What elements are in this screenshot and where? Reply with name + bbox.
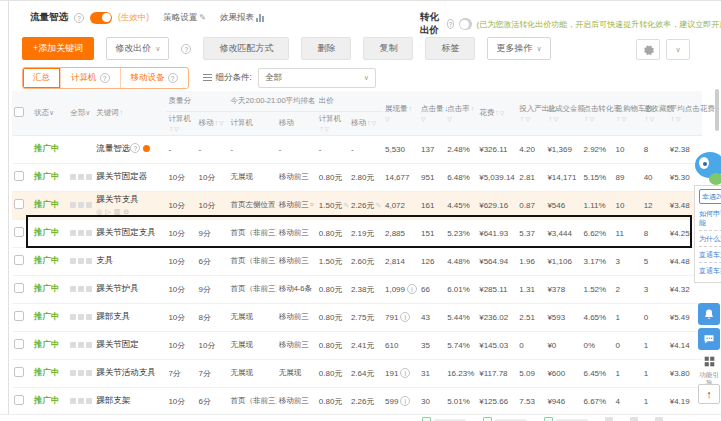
feedback-button[interactable] <box>698 328 720 350</box>
ctr-cell: 2.48% <box>445 135 477 163</box>
strategy-settings-link[interactable]: 策略设置 ✎ <box>163 12 206 24</box>
carts-cell: 4 <box>614 387 642 415</box>
keyword-link[interactable]: 踝关节支具 <box>96 194 139 204</box>
subcol-quality-mobile[interactable]: 移动↑▽ <box>196 111 228 135</box>
carts-cell: 89 <box>614 163 642 191</box>
col-status[interactable]: 状态∨ <box>32 91 68 135</box>
col-clicks[interactable]: 点击量↓▽ <box>419 91 445 135</box>
col-gmv[interactable]: 总成交金额↑ ▽ <box>545 91 581 135</box>
conv-bid-hint: (已为您激活转化出价功能，开启后可快速提升转化效率，建议立即开启) <box>477 19 721 30</box>
col-favs[interactable]: 总收藏数↑ ▽ <box>642 91 668 135</box>
more-actions-button[interactable]: 更多操作 ∨ <box>487 37 550 60</box>
favs-cell: 8 <box>642 135 668 163</box>
channel-icons-cell <box>68 219 94 247</box>
keyword-actions[interactable]: ◎▷▥⊖ <box>96 208 165 216</box>
row-checkbox[interactable] <box>14 395 24 405</box>
subdivision-select[interactable]: 全部 ∨ <box>258 68 376 88</box>
roi-cell: 0.87 <box>517 191 545 219</box>
faq-link[interactable]: 直通车推广计划? <box>699 263 721 278</box>
cvr-cell: 1.52% <box>582 275 614 303</box>
smart-traffic-toggle[interactable] <box>90 12 112 24</box>
collapse-button[interactable]: ∨ <box>666 39 690 60</box>
favs-cell: 1 <box>642 359 668 387</box>
bid-pc-cell: - <box>317 135 349 163</box>
col-impressions[interactable]: 展现量↑▽ <box>383 91 419 135</box>
tab-mobile[interactable]: 移动设备 ? <box>120 68 188 88</box>
back-to-top-button[interactable]: ↑ <box>698 384 720 404</box>
col-keyword[interactable]: 关键词↑ <box>94 91 166 135</box>
impressions-cell: 4,072 <box>383 191 419 219</box>
gmv-cell: ¥546 <box>545 191 581 219</box>
row-checkbox[interactable] <box>14 199 24 209</box>
notification-button[interactable] <box>698 303 720 325</box>
edit-bid-icon[interactable]: ✎ <box>375 202 381 209</box>
impressions-cell: 599i <box>383 387 419 415</box>
table-body: 推广中流量智选?------5,5301372.48%¥326.114.20¥1… <box>12 135 702 415</box>
subcol-bid-pc[interactable]: 计算机↑▽ <box>317 111 349 135</box>
col-cvr[interactable]: 点击转化率↑ ▽ <box>582 91 614 135</box>
conv-bid-toggle[interactable] <box>459 18 472 30</box>
keyword-link[interactable]: 踝关节固定支具 <box>96 227 156 237</box>
col-cost[interactable]: 花费↑▽ <box>477 91 517 135</box>
keyword-link[interactable]: 踝关节固定 <box>96 339 139 349</box>
keyword-link[interactable]: 流量智选 <box>96 143 130 153</box>
faq-link[interactable]: 直通车过户 <box>699 247 721 263</box>
roi-cell: 1.31 <box>517 275 545 303</box>
footer-legend-item <box>630 417 638 421</box>
row-checkbox[interactable] <box>14 255 24 265</box>
row-checkbox[interactable] <box>14 283 24 293</box>
quality-mobile-cell: 10分 <box>196 331 228 359</box>
keyword-link[interactable]: 踝关节固定器 <box>96 171 147 181</box>
add-keyword-button[interactable]: +添加关键词 <box>22 37 94 60</box>
rank-mobile-cell: 移动前三 <box>277 163 317 191</box>
column-settings-button[interactable] <box>636 39 660 60</box>
subdivision-label: 细分条件: <box>216 72 252 84</box>
select-all-checkbox[interactable] <box>14 107 24 117</box>
subcol-quality-pc[interactable]: 计算机↑▽ <box>166 111 196 135</box>
feature-guide-button[interactable]: 功能引导 <box>697 353 721 387</box>
delete-button[interactable]: 删除 <box>301 37 351 60</box>
col-all[interactable]: 全部∨ <box>68 91 94 135</box>
edit-bid-icon[interactable]: ✎ <box>343 202 349 209</box>
row-checkbox[interactable] <box>14 227 24 237</box>
modify-match-button[interactable]: 修改匹配方式 <box>203 37 289 60</box>
col-ctr[interactable]: 点击率↑▽ <box>445 91 477 135</box>
scrollbar-thumb[interactable] <box>715 89 719 131</box>
row-checkbox[interactable] <box>14 367 24 377</box>
impressions-cell: 191i <box>383 359 419 387</box>
help-icon[interactable]: ? <box>181 44 191 54</box>
help-icon[interactable]: ? <box>447 19 454 29</box>
tab-pc[interactable]: 计算机 ? <box>60 68 120 88</box>
help-icon[interactable]: ? <box>74 13 84 23</box>
copy-button[interactable]: 复制 <box>363 37 413 60</box>
effect-report-link[interactable]: 效果报表 <box>220 12 264 24</box>
tab-summary[interactable]: 汇总 <box>23 68 60 88</box>
tag-button[interactable]: 标签 <box>425 37 475 60</box>
faq-link[interactable]: 幸遇20 <box>699 189 721 204</box>
keyword-link[interactable]: 踝关节护具 <box>96 283 139 293</box>
faq-link[interactable]: 为什么过日期 <box>699 231 721 247</box>
row-checkbox[interactable] <box>14 171 24 181</box>
col-carts[interactable]: 总购物车数↑ ▽ <box>614 91 642 135</box>
subcol-bid-mobile[interactable]: 移动↑▽ <box>349 111 383 135</box>
ctr-cell: 5.23% <box>445 219 477 247</box>
modify-bid-button[interactable]: 修改出价 ∨ <box>106 37 169 60</box>
row-checkbox[interactable] <box>14 339 24 349</box>
keyword-link[interactable]: 踝部支架 <box>96 395 130 405</box>
info-icon: i <box>400 396 410 406</box>
faq-link[interactable]: 如何申请图片功能 <box>699 206 721 231</box>
rank-list-icon[interactable]: ≡ <box>310 201 314 208</box>
status-cell: 推广中 <box>32 275 68 303</box>
keyword-link[interactable]: 踝部支具 <box>96 311 130 321</box>
keyword-link[interactable]: 踝关节活动支具 <box>96 367 156 377</box>
col-roi[interactable]: 投入产出比↑ ▽ <box>517 91 545 135</box>
bid-mobile-cell: 2.75元 <box>349 303 383 331</box>
channel-icon <box>70 202 76 208</box>
keyword-link[interactable]: 支具 <box>96 255 113 265</box>
cvr-cell: 5.15% <box>582 163 614 191</box>
row-checkbox[interactable] <box>14 311 24 321</box>
col-group-quality: 质量分 <box>166 91 228 111</box>
col-group-bid: 出价 <box>317 91 383 111</box>
quality-mobile-cell: 6分 <box>196 387 228 415</box>
col-cpc[interactable]: 平均点击花费↑ ▽ <box>668 91 702 135</box>
